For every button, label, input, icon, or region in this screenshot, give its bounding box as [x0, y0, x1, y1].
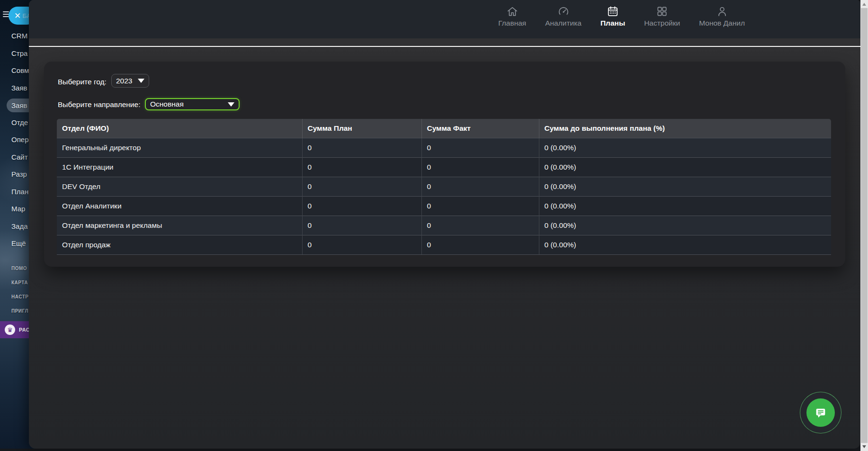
- column-header-plan: Сумма План: [302, 119, 421, 138]
- cell-to-plan: 0 (0.00%): [539, 235, 831, 254]
- chat-button[interactable]: [800, 392, 841, 433]
- cell-to-plan: 0 (0.00%): [539, 177, 831, 196]
- tab-plans-label: Планы: [600, 19, 625, 27]
- cell-plan: 0: [302, 177, 421, 196]
- top-header-bar: Главная Аналитика: [29, 0, 860, 38]
- tab-user-profile[interactable]: Монов Данил: [699, 5, 745, 27]
- tab-settings[interactable]: Настройки: [644, 5, 680, 27]
- scroll-up-arrow-icon[interactable]: [862, 3, 866, 6]
- cell-to-plan: 0 (0.00%): [539, 157, 831, 177]
- calendar-icon: [607, 5, 619, 18]
- cell-department: 1С Интеграции: [57, 157, 302, 177]
- home-icon: [506, 5, 519, 18]
- cell-fact: 0: [421, 216, 539, 235]
- cell-department: DEV Отдел: [57, 177, 302, 196]
- grid-icon: [656, 5, 668, 18]
- year-filter-label: Выберите год:: [58, 78, 107, 86]
- cell-plan: 0: [302, 157, 421, 177]
- cell-plan: 0: [302, 196, 421, 216]
- column-header-department: Отдел (ФИО): [57, 119, 302, 138]
- chat-button-inner: [806, 398, 835, 427]
- close-icon: ✕: [14, 12, 21, 20]
- app-window: ✕ БА CRM Стра Совм Заяв Заяв Отде Опер С…: [0, 0, 868, 451]
- column-header-fact: Сумма Факт: [421, 119, 539, 138]
- scrollbar-thumb[interactable]: [861, 8, 868, 443]
- table-row: Отдел маркетинга и рекламы 0 0 0 (0.00%): [57, 216, 831, 235]
- direction-select-value: Основная: [150, 100, 184, 108]
- cell-department: Отдел продаж: [57, 235, 302, 254]
- tab-home-label: Главная: [498, 19, 526, 27]
- upgrade-label: РАС: [19, 327, 30, 333]
- cell-department: Отдел Аналитики: [57, 196, 302, 216]
- table-header-row: Отдел (ФИО) Сумма План Сумма Факт Сумма …: [57, 119, 831, 138]
- cell-fact: 0: [421, 157, 539, 177]
- year-select-value: 2023: [116, 77, 132, 85]
- tab-user-label: Монов Данил: [699, 19, 745, 27]
- year-select[interactable]: 2023: [111, 74, 149, 88]
- tab-analytics-label: Аналитика: [545, 19, 582, 27]
- cell-fact: 0: [421, 138, 539, 157]
- chevron-down-icon: [228, 102, 234, 107]
- plans-table: Отдел (ФИО) Сумма План Сумма Факт Сумма …: [57, 119, 831, 255]
- table-row: DEV Отдел 0 0 0 (0.00%): [57, 177, 831, 196]
- main-panel: Главная Аналитика: [29, 0, 860, 449]
- chevron-down-icon: [138, 79, 144, 83]
- tab-home[interactable]: Главная: [498, 5, 526, 27]
- cell-to-plan: 0 (0.00%): [539, 196, 831, 216]
- column-header-to-plan: Сумма до выполнения плана (%): [539, 119, 831, 138]
- direction-select[interactable]: Основная: [145, 98, 240, 110]
- tab-analytics[interactable]: Аналитика: [545, 5, 582, 27]
- cell-fact: 0: [421, 177, 539, 196]
- table-row: 1С Интеграции 0 0 0 (0.00%): [57, 157, 831, 177]
- cell-fact: 0: [421, 235, 539, 254]
- cell-plan: 0: [302, 138, 421, 157]
- tab-settings-label: Настройки: [644, 19, 680, 27]
- gauge-icon: [557, 5, 570, 18]
- cell-department: Генеральный директор: [57, 138, 302, 157]
- cell-to-plan: 0 (0.00%): [539, 216, 831, 235]
- cell-to-plan: 0 (0.00%): [539, 138, 831, 157]
- user-icon: [716, 5, 728, 18]
- cell-plan: 0: [302, 216, 421, 235]
- table-row: Отдел продаж 0 0 0 (0.00%): [57, 235, 831, 254]
- cell-plan: 0: [302, 235, 421, 254]
- table-row: Генеральный директор 0 0 0 (0.00%): [57, 138, 831, 157]
- crown-icon: ♛: [5, 325, 15, 335]
- cell-fact: 0: [421, 196, 539, 216]
- table-row: Отдел Аналитики 0 0 0 (0.00%): [57, 196, 831, 216]
- tab-plans-active[interactable]: Планы: [600, 5, 625, 27]
- header-divider-line: [29, 46, 860, 47]
- browser-scrollbar: [860, 0, 868, 451]
- scroll-down-arrow-icon[interactable]: [862, 445, 866, 448]
- chat-icon: [814, 406, 827, 419]
- cell-department: Отдел маркетинга и рекламы: [57, 216, 302, 235]
- top-navigation: Главная Аналитика: [498, 5, 745, 27]
- plans-card: Выберите год: 2023 Выберите направление:…: [44, 62, 845, 267]
- direction-filter-label: Выберите направление:: [58, 100, 140, 109]
